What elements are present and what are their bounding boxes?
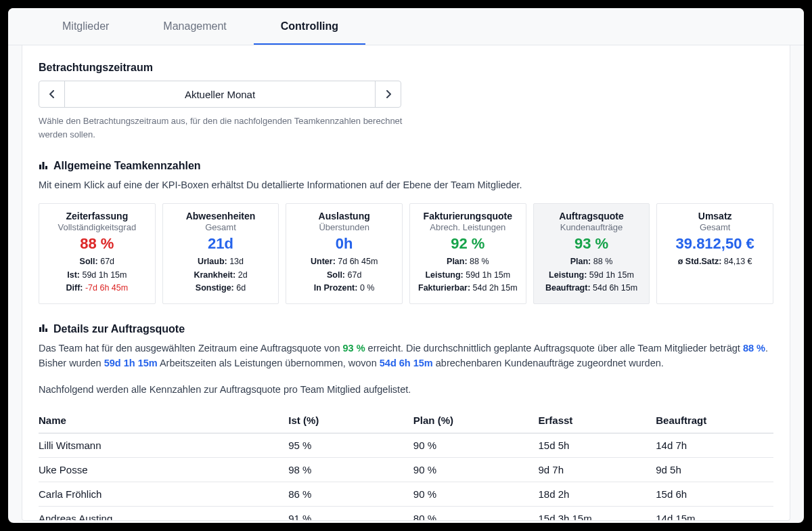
kpi-order-rate[interactable]: Auftragsquote Kundenaufträge 93 % Plan: … xyxy=(533,203,650,303)
th-name: Name xyxy=(39,408,288,433)
kpi-title: Fakturierungsquote xyxy=(415,211,520,221)
kpi-value: 92 % xyxy=(415,235,520,253)
tab-controlling[interactable]: Controlling xyxy=(254,8,365,45)
kpi-line: Plan: 88 % xyxy=(415,255,520,268)
app-window: Mitglieder Management Controlling Betrac… xyxy=(8,8,804,523)
table-cell-name: Andreas Austing xyxy=(39,507,288,522)
th-erfasst: Erfasst xyxy=(538,408,656,433)
details-paragraph-2: Nachfolgend werden alle Kennzahlen zur A… xyxy=(39,382,773,397)
kpi-title: Zeiterfassung xyxy=(45,211,150,221)
period-help-text: Wähle den Betrachtungszeitraum aus, für … xyxy=(39,114,418,141)
kpi-time-tracking[interactable]: Zeiterfassung Vollständigkeitsgrad 88 % … xyxy=(39,203,156,303)
kpi-sub: Abrech. Leistungen xyxy=(415,222,520,232)
table-row: Carla Fröhlich86 %90 %18d 2h15d 6h xyxy=(39,482,773,507)
svg-rect-4 xyxy=(43,324,45,332)
kpi-section-header: Allgemeine Teamkennzahlen xyxy=(39,160,773,172)
kpi-row: Zeiterfassung Vollständigkeitsgrad 88 % … xyxy=(39,203,773,303)
svg-rect-1 xyxy=(43,162,45,169)
table-cell-erfasst: 18d 2h xyxy=(538,482,656,507)
tab-management[interactable]: Management xyxy=(136,8,253,45)
table-cell-name: Lilli Witsmann xyxy=(39,433,288,458)
table-cell-erfasst: 15d 3h 15m xyxy=(538,507,656,522)
kpi-sub: Kundenaufträge xyxy=(539,222,644,232)
table-cell-beauftragt: 14d 15m xyxy=(656,507,773,522)
kpi-utilization[interactable]: Auslastung Überstunden 0h Unter: 7d 6h 4… xyxy=(286,203,403,303)
table-row: Lilli Witsmann95 %90 %15d 5h14d 7h xyxy=(39,433,773,458)
kpi-value: 93 % xyxy=(539,235,644,253)
table-row: Uke Posse98 %90 %9d 7h9d 5h xyxy=(39,458,773,482)
table-cell-ist: 95 % xyxy=(288,433,413,458)
table-header-row: Name Ist (%) Plan (%) Erfasst Beauftragt xyxy=(39,408,773,433)
kpi-line: In Prozent: 0 % xyxy=(292,282,397,295)
kpi-line: Leistung: 59d 1h 15m xyxy=(539,269,644,282)
svg-rect-0 xyxy=(39,165,41,169)
table-cell-beauftragt: 9d 5h xyxy=(656,458,773,482)
kpi-title: Abwesenheiten xyxy=(168,211,273,221)
details-section-header: Details zur Auftragsquote xyxy=(39,323,773,335)
kpi-line: Soll: 67d xyxy=(292,269,397,282)
kpi-value: 21d xyxy=(168,235,273,253)
kpi-value: 0h xyxy=(292,235,397,253)
th-beauftragt: Beauftragt xyxy=(656,408,773,433)
chevron-right-icon xyxy=(385,90,392,98)
table-cell-ist: 91 % xyxy=(288,507,413,522)
bar-chart-icon xyxy=(39,323,48,335)
th-plan: Plan (%) xyxy=(413,408,539,433)
kpi-absence[interactable]: Abwesenheiten Gesamt 21d Urlaub: 13d Kra… xyxy=(162,203,279,303)
kpi-value: 88 % xyxy=(45,235,150,253)
tab-members[interactable]: Mitglieder xyxy=(35,8,136,45)
table-cell-plan: 90 % xyxy=(413,458,539,482)
table-cell-erfasst: 15d 5h xyxy=(538,433,656,458)
period-prev-button[interactable] xyxy=(39,81,65,107)
table-cell-ist: 98 % xyxy=(288,458,413,482)
kpi-line: Beauftragt: 54d 6h 15m xyxy=(539,282,644,295)
table-row: Andreas Austing91 %80 %15d 3h 15m14d 15m xyxy=(39,507,773,522)
bar-chart-icon xyxy=(39,161,48,172)
kpi-title: Auftragsquote xyxy=(539,211,644,221)
period-label: Betrachtungszeitraum xyxy=(39,62,773,74)
kpi-title: Umsatz xyxy=(662,211,767,221)
kpi-line: Sonstige: 6d xyxy=(168,282,273,295)
table-cell-name: Uke Posse xyxy=(39,458,288,482)
table-cell-beauftragt: 15d 6h xyxy=(656,482,773,507)
kpi-billing-rate[interactable]: Fakturierungsquote Abrech. Leistungen 92… xyxy=(409,203,526,303)
table-cell-name: Carla Fröhlich xyxy=(39,482,288,507)
table-cell-erfasst: 9d 7h xyxy=(538,458,656,482)
kpi-title: Auslastung xyxy=(292,211,397,221)
table-cell-beauftragt: 14d 7h xyxy=(656,433,773,458)
kpi-line: ø Std.Satz: 84,13 € xyxy=(662,255,767,268)
details-paragraph-1: Das Team hat für den ausgewählten Zeitra… xyxy=(39,341,773,371)
kpi-sub: Überstunden xyxy=(292,222,397,232)
table-cell-plan: 90 % xyxy=(413,482,539,507)
details-table: Name Ist (%) Plan (%) Erfasst Beauftragt… xyxy=(39,408,773,521)
kpi-sub: Gesamt xyxy=(168,222,273,232)
table-cell-ist: 86 % xyxy=(288,482,413,507)
period-next-button[interactable] xyxy=(375,81,401,107)
kpi-sub: Gesamt xyxy=(662,222,767,232)
kpi-section-title: Allgemeine Teamkennzahlen xyxy=(53,160,201,172)
kpi-revenue[interactable]: Umsatz Gesamt 39.812,50 € ø Std.Satz: 84… xyxy=(656,203,773,303)
period-current[interactable]: Aktueller Monat xyxy=(65,81,375,107)
kpi-section-sub: Mit einem Klick auf eine der KPI-Boxen e… xyxy=(39,177,773,192)
kpi-line: Fakturierbar: 54d 2h 15m xyxy=(415,282,520,295)
kpi-line: Plan: 88 % xyxy=(539,255,644,268)
kpi-value: 39.812,50 € xyxy=(662,235,767,253)
kpi-line: Diff: -7d 6h 45m xyxy=(45,282,150,295)
svg-rect-3 xyxy=(39,327,41,332)
kpi-line: Krankheit: 2d xyxy=(168,269,273,282)
details-section-title: Details zur Auftragsquote xyxy=(53,323,185,335)
kpi-line: Urlaub: 13d xyxy=(168,255,273,268)
period-selector: Aktueller Monat xyxy=(39,81,401,108)
content-panel: Betrachtungszeitraum Aktueller Monat Wäh… xyxy=(22,45,790,521)
kpi-line: Leistung: 59d 1h 15m xyxy=(415,269,520,282)
table-cell-plan: 80 % xyxy=(413,507,539,522)
kpi-sub: Vollständigkeitsgrad xyxy=(45,222,150,232)
table-cell-plan: 90 % xyxy=(413,433,539,458)
svg-rect-2 xyxy=(45,166,47,169)
kpi-line: Unter: 7d 6h 45m xyxy=(292,255,397,268)
svg-rect-5 xyxy=(45,328,47,332)
th-ist: Ist (%) xyxy=(288,408,413,433)
kpi-line: Ist: 59d 1h 15m xyxy=(45,269,150,282)
kpi-line: Soll: 67d xyxy=(45,255,150,268)
chevron-left-icon xyxy=(49,90,55,98)
